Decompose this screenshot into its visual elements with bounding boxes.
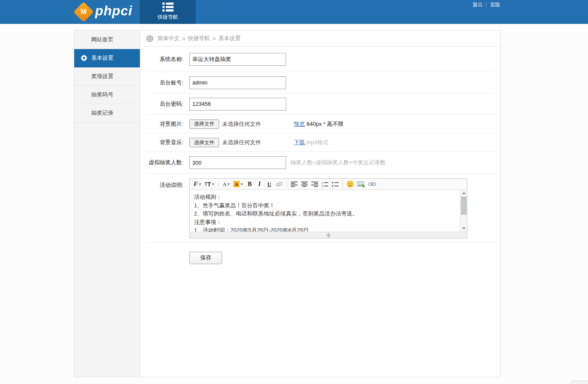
rich-text-editor: F T T A <box>189 178 467 239</box>
bg-image-preview-link[interactable]: 预览 <box>294 120 305 128</box>
content-panel: 网站首页 基本设置 奖项设置 抽奖码号 抽奖记录 <box>74 30 501 377</box>
admin-account-input[interactable] <box>189 76 286 89</box>
insert-link-button[interactable] <box>367 180 377 189</box>
link-chain-icon <box>368 182 376 186</box>
logo-diamond-icon: M <box>73 2 94 22</box>
top-links: 退出 宽版 <box>472 2 500 8</box>
bg-image-file-status: 未选择任何文件 <box>222 120 261 128</box>
unordered-list-button[interactable] <box>330 180 340 189</box>
wide-version-link[interactable]: 宽版 <box>490 1 500 9</box>
scroll-down-arrow[interactable] <box>460 225 467 232</box>
system-name-label: 系统名称: <box>147 55 183 63</box>
align-left-icon <box>291 181 298 187</box>
align-center-button[interactable] <box>300 180 309 189</box>
save-button[interactable]: 保存 <box>189 252 222 264</box>
virtual-count-label: 虚拟抽奖人数: <box>147 159 183 166</box>
svg-text:1: 1 <box>322 181 323 184</box>
top-links-divider <box>486 3 487 7</box>
editor-body: 活动规则： 1、凭手气赢奖品！百分百中奖！ 2、填写的姓名、电话和联系地址必须真… <box>190 190 467 232</box>
form-row-admin-account: 后台账号: <box>147 72 495 93</box>
list-icon <box>162 2 174 12</box>
header-bar: M phpci 快捷导航 退出 宽版 <box>0 0 588 24</box>
form-row-admin-password: 后台密码: <box>147 93 495 115</box>
remove-format-button[interactable] <box>275 180 284 189</box>
underline-button[interactable]: U <box>265 180 274 189</box>
nav-tab-label: 快捷导航 <box>140 14 196 21</box>
virtual-count-input[interactable] <box>189 156 286 169</box>
bg-music-choose-file-button[interactable]: 选择文件 <box>189 138 219 147</box>
bg-music-file-status: 未选择任何文件 <box>222 139 261 146</box>
main-area: 简体中文 > 快捷导航 > 基本设置 系统名称: 后台账号: 后台密码: 背景图… <box>141 31 500 377</box>
settings-form: 系统名称: 后台账号: 后台密码: 背景图片: 选择文件 未选择任何文件 预览 … <box>141 47 500 268</box>
bg-music-label: 背景音乐: <box>147 139 183 146</box>
form-row-virtual-count: 虚拟抽奖人数: 抽奖人数=虚拟抽奖人数+中奖总记录数 <box>147 152 495 174</box>
editor-resize-handle[interactable] <box>190 232 467 238</box>
activity-desc-label: 活动说明: <box>147 181 183 189</box>
insert-image-button[interactable] <box>356 180 366 189</box>
bg-music-format-hint: ,mp3格式 <box>305 139 328 146</box>
sidebar-item-basic-settings[interactable]: 基本设置 <box>74 49 140 67</box>
chevron-down-icon <box>199 183 201 185</box>
system-name-input[interactable] <box>189 53 286 66</box>
admin-password-label: 后台密码: <box>147 100 183 108</box>
editor-toolbar: F T T A <box>190 179 467 190</box>
toolbar-divider <box>218 181 219 188</box>
scrollbar-thumb[interactable] <box>461 197 466 215</box>
scroll-corner-widget[interactable] <box>570 381 588 384</box>
editor-line: 活动规则： <box>194 193 455 201</box>
logo-mark: M <box>81 8 87 16</box>
breadcrumb-separator: > <box>213 35 216 42</box>
editor-line: 1、凭手气赢奖品！百分百中奖！ <box>194 201 455 210</box>
text-color-button[interactable]: A <box>221 180 231 189</box>
svg-text:2: 2 <box>322 185 323 187</box>
highlight-color-button[interactable]: A <box>232 180 244 189</box>
align-right-icon <box>311 181 318 187</box>
bold-button[interactable]: B <box>245 180 254 189</box>
sidebar-item-lottery-records[interactable]: 抽奖记录 <box>74 104 140 122</box>
editor-line: 注意事项： <box>194 218 455 227</box>
editor-scrollbar[interactable] <box>460 190 467 232</box>
ordered-list-icon: 1 2 <box>322 181 328 187</box>
breadcrumb-language[interactable]: 简体中文 <box>157 35 180 42</box>
form-row-bg-image: 背景图片: 选择文件 未选择任何文件 预览 640px * 高不限 <box>147 115 495 134</box>
form-row-save: 保存 <box>147 243 495 268</box>
align-right-button[interactable] <box>310 180 319 189</box>
italic-button[interactable]: I <box>255 180 264 189</box>
breadcrumb: 简体中文 > 快捷导航 > 基本设置 <box>141 31 500 47</box>
resize-grip-icon <box>326 233 331 238</box>
toolbar-divider <box>342 181 343 188</box>
ordered-list-button[interactable]: 1 2 <box>320 180 330 189</box>
sidebar-item-label: 抽奖记录 <box>91 110 113 116</box>
sidebar-item-prize-settings[interactable]: 奖项设置 <box>74 67 140 86</box>
sidebar: 网站首页 基本设置 奖项设置 抽奖码号 抽奖记录 <box>74 31 140 377</box>
form-row-bg-music: 背景音乐: 选择文件 未选择任何文件 下载 ,mp3格式 <box>147 134 495 152</box>
admin-password-input[interactable] <box>189 98 286 111</box>
sidebar-item-lottery-codes[interactable]: 抽奖码号 <box>74 86 140 104</box>
editor-content[interactable]: 活动规则： 1、凭手气赢奖品！百分百中奖！ 2、填写的姓名、电话和联系地址必须真… <box>190 190 460 232</box>
breadcrumb-current: 基本设置 <box>218 35 240 42</box>
sidebar-item-home[interactable]: 网站首页 <box>74 31 140 49</box>
logout-link[interactable]: 退出 <box>472 1 483 9</box>
breadcrumb-quick-nav[interactable]: 快捷导航 <box>188 35 210 42</box>
sidebar-item-label: 奖项设置 <box>91 73 113 79</box>
logo[interactable]: M phpci <box>76 3 133 19</box>
bg-music-extra: 下载 ,mp3格式 <box>294 139 328 146</box>
emoji-button[interactable] <box>345 180 355 189</box>
logo-text: phpci <box>95 3 133 19</box>
editor-line: 2、填写的姓名、电话和联系地址必须真实，否则奖品没办法寄送。 <box>194 209 455 218</box>
bg-music-download-link[interactable]: 下载 <box>294 139 305 146</box>
eraser-icon <box>276 181 283 187</box>
font-size-button[interactable]: T T <box>203 180 216 189</box>
chevron-down-icon <box>227 183 230 185</box>
bg-image-label: 背景图片: <box>147 120 183 128</box>
nav-tab-quick-nav[interactable]: 快捷导航 <box>140 0 196 24</box>
chevron-down-icon <box>240 183 243 185</box>
bg-image-choose-file-button[interactable]: 选择文件 <box>189 119 219 129</box>
image-plus-icon <box>357 181 365 188</box>
align-left-button[interactable] <box>290 180 299 189</box>
sidebar-item-label: 网站首页 <box>91 36 113 43</box>
bg-image-extra: 预览 640px * 高不限 <box>294 120 344 128</box>
admin-account-label: 后台账号: <box>147 79 183 87</box>
font-family-button[interactable]: F <box>192 180 203 189</box>
scroll-up-arrow[interactable] <box>460 190 467 196</box>
